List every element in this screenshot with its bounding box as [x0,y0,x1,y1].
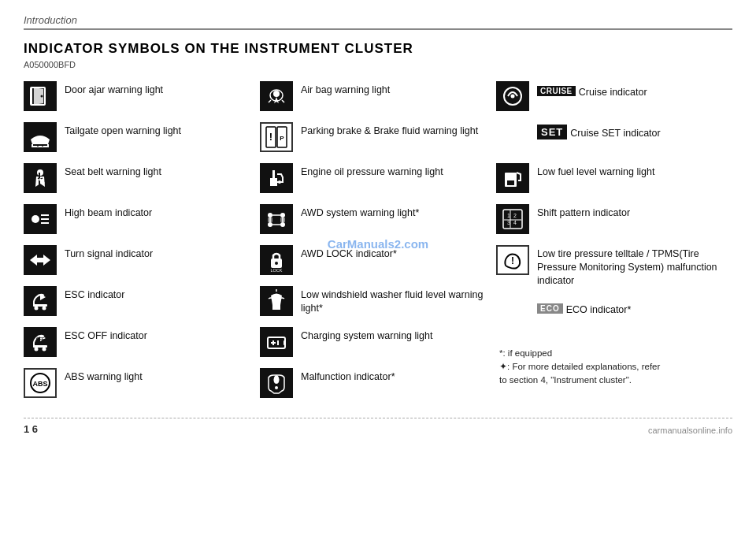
list-item: Malfunction indicator* [260,363,496,404]
list-item: LOCK AWD LOCK indicator* [260,240,496,281]
list-item: Charging system warning light [260,322,496,363]
malfunction-icon [260,368,293,398]
indicators-grid: Door ajar warning light Tailgate open wa… [24,76,732,404]
door-ajar-label: Door ajar warning light [65,81,163,97]
turn-signal-label: Turn signal indicator [65,245,153,261]
section-header: Introduction [24,14,732,30]
svg-point-11 [43,307,46,311]
svg-point-28 [268,213,272,218]
list-item: High beam indicator [24,199,260,240]
eco-badge: ECO [537,303,563,314]
page-number: 1 6 [24,423,38,435]
high-beam-label: High beam indicator [65,204,152,220]
svg-point-2 [41,95,43,98]
list-item: SET Cruise SET indicator [496,117,732,158]
svg-point-14 [43,348,46,351]
abs-icon: ABS [24,368,57,398]
awd-icon [260,204,293,234]
turn-signal-icon [24,245,57,275]
cruise-label: Cruise indicator [579,84,647,99]
list-item: CRUISE Cruise indicator [496,76,732,117]
column-1: Door ajar warning light Tailgate open wa… [24,76,260,404]
list-item: ! Low tire pressure telltale / TPMS(Tire… [496,240,732,293]
esc-off-icon: OFF [24,327,57,357]
malfunction-label: Malfunction indicator* [301,368,395,384]
svg-text:2: 2 [513,213,517,218]
list-item: OFF ESC OFF indicator [24,322,260,363]
footnotes: *: if equipped ✦: For more detailed expl… [496,347,732,388]
svg-text:OFF: OFF [36,337,44,341]
list-item: ECO ECO indicator* [496,293,732,334]
tailgate-open-icon [24,122,57,152]
list-item: Air bag warning light [260,76,496,117]
esc-icon [24,286,57,316]
shift-pattern-label: Shift pattern indicator [537,204,630,220]
svg-rect-15 [33,345,47,348]
website-label: carmanualsonline.info [648,426,732,435]
cruise-icon [496,81,529,111]
eco-label: ECO indicator* [566,301,632,317]
footnote-line3: to section 4, "Instrument cluster". [499,374,732,387]
esc-off-label: ESC OFF indicator [65,327,147,343]
airbag-icon [260,81,293,111]
svg-rect-42 [268,337,285,348]
svg-point-10 [35,307,39,311]
page-bottom: 1 6 carmanualsonline.info [24,418,732,435]
svg-line-22 [282,100,284,102]
awd-label: AWD system warning light* [301,204,419,220]
svg-point-31 [280,222,285,227]
list-item: Seat belt warning light [24,158,260,199]
list-item: Low windshield washer fluid level warnin… [260,281,496,322]
svg-marker-9 [38,255,50,266]
engine-oil-icon [260,163,293,193]
high-beam-icon [24,204,57,234]
svg-point-47 [275,386,278,389]
washer-fluid-icon [260,286,293,316]
cruise-badge-row: CRUISE Cruise indicator [537,81,647,99]
airbag-label: Air bag warning light [301,81,390,97]
svg-point-30 [268,222,272,227]
list-item: Turn signal indicator [24,240,260,281]
tailgate-open-label: Tailgate open warning light [65,122,181,138]
svg-text:LOCK: LOCK [271,268,283,272]
seat-belt-label: Seat belt warning light [65,163,161,179]
column-3: CRUISE Cruise indicator SET Cruise SET i… [496,76,732,404]
list-item: 1234 Shift pattern indicator [496,199,732,240]
svg-text:1: 1 [507,213,510,218]
engine-oil-label: Engine oil pressure warning light [301,163,443,179]
footnote-line1: *: if equipped [499,347,732,360]
list-item: Tailgate open warning light [24,117,260,158]
column-2: Air bag warning light !P Parking brake &… [260,76,496,404]
abs-label: ABS warning light [65,368,143,384]
eco-badge-row: ECO ECO indicator* [537,299,631,317]
list-item: !P Parking brake & Brake fluid warning l… [260,117,496,158]
page-title: INDICATOR SYMBOLS ON THE INSTRUMENT CLUS… [24,41,732,57]
footnote-line2: ✦: For more detailed explanations, refer [499,360,732,374]
washer-fluid-label: Low windshield washer fluid level warnin… [301,286,493,315]
svg-point-29 [280,213,285,218]
list-item: Door ajar warning light [24,76,260,117]
svg-text:P: P [280,135,284,142]
svg-rect-12 [33,304,47,307]
section-title: Introduction [24,14,77,26]
svg-text:3: 3 [507,220,510,225]
cruise-set-icon [496,122,529,152]
svg-rect-52 [503,210,522,229]
list-item: Engine oil pressure warning light [260,158,496,199]
tpms-label: Low tire pressure telltale / TPMS(Tire P… [537,245,729,288]
svg-rect-43 [284,340,286,345]
svg-text:ABS: ABS [32,380,47,388]
svg-line-21 [269,100,271,102]
list-item: ESC indicator [24,281,260,322]
seat-belt-icon [24,163,57,193]
cruise-set-badge-row: SET Cruise SET indicator [537,122,661,140]
list-item: ABS ABS warning light [24,363,260,404]
list-item: AWD system warning light* [260,199,496,240]
ref-code: A050000BFD [24,60,732,69]
door-ajar-icon [24,81,57,111]
svg-point-49 [511,95,515,99]
tpms-icon: ! [496,245,529,275]
list-item: Low fuel level warning light [496,158,732,199]
awd-lock-icon: LOCK [260,245,293,275]
svg-text:!: ! [511,255,514,266]
